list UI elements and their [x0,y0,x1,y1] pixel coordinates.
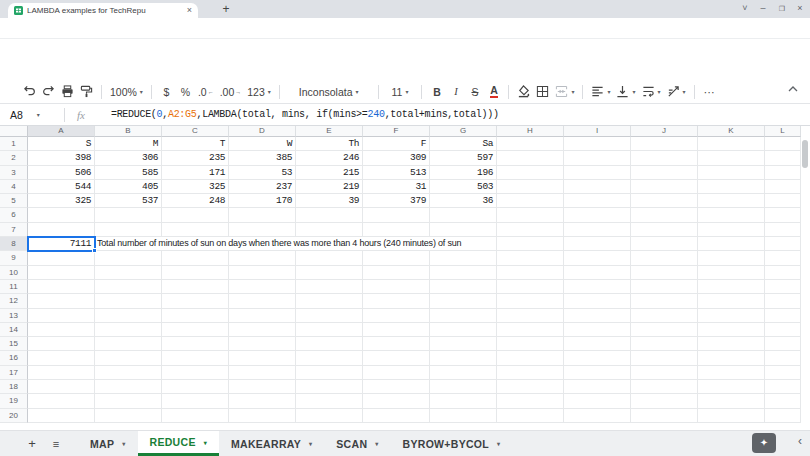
cell-B14[interactable] [95,323,162,337]
cell-F17[interactable] [363,366,430,380]
cell-K14[interactable] [698,323,765,337]
row-header-14[interactable]: 14 [0,323,28,337]
cell-G9[interactable] [430,251,497,265]
cell-H18[interactable] [497,380,564,394]
cell-A10[interactable] [28,266,95,280]
row-header-10[interactable]: 10 [0,266,28,280]
cell-E15[interactable] [296,337,363,351]
cell-B3[interactable]: 585 [95,166,162,180]
cell-J4[interactable] [631,180,698,194]
cell-C17[interactable] [162,366,229,380]
cell-L20[interactable] [765,409,801,423]
cell-J8[interactable] [631,237,698,251]
vertical-scrollbar-thumb[interactable] [802,140,808,168]
cell-L1[interactable] [765,137,801,151]
cell-F4[interactable]: 31 [363,180,430,194]
cell-C5[interactable]: 248 [162,194,229,208]
italic-button[interactable]: I [446,82,465,102]
cell-G7[interactable] [430,223,497,237]
row-header-3[interactable]: 3 [0,166,28,180]
vertical-scrollbar[interactable] [802,128,809,422]
row-header-1[interactable]: 1 [0,137,28,151]
undo-button[interactable] [20,82,39,102]
cell-D6[interactable] [229,208,296,222]
cell-B4[interactable]: 405 [95,180,162,194]
cell-D20[interactable] [229,409,296,423]
cell-H9[interactable] [497,251,564,265]
cell-G14[interactable] [430,323,497,337]
cell-D4[interactable]: 237 [229,180,296,194]
number-format-button[interactable]: 123▾ [244,82,274,102]
cell-L12[interactable] [765,294,801,308]
cell-D10[interactable] [229,266,296,280]
cell-A3[interactable]: 506 [28,166,95,180]
cell-D13[interactable] [229,309,296,323]
window-restore-icon[interactable]: ❐ [775,2,789,15]
font-size-button[interactable]: 11▾ [384,82,417,102]
cell-F11[interactable] [363,280,430,294]
selected-cell-outline[interactable] [27,236,96,252]
cell-B20[interactable] [95,409,162,423]
cell-J15[interactable] [631,337,698,351]
cell-L14[interactable] [765,323,801,337]
cell-E2[interactable]: 246 [296,151,363,165]
cell-L6[interactable] [765,208,801,222]
column-header-F[interactable]: F [363,126,430,137]
cell-H7[interactable] [497,223,564,237]
cell-I19[interactable] [564,394,631,408]
cell-K7[interactable] [698,223,765,237]
cell-F9[interactable] [363,251,430,265]
cell-F10[interactable] [363,266,430,280]
row-header-18[interactable]: 18 [0,380,28,394]
cell-L17[interactable] [765,366,801,380]
cell-B7[interactable] [95,223,162,237]
cell-G18[interactable] [430,380,497,394]
merge-cells-button[interactable]: ▾ [552,82,577,102]
cell-A14[interactable] [28,323,95,337]
cell-F16[interactable] [363,351,430,365]
cell-D16[interactable] [229,351,296,365]
cell-G10[interactable] [430,266,497,280]
cell-J6[interactable] [631,208,698,222]
sheet-tab-reduce[interactable]: REDUCE▾ [138,431,219,456]
cell-H6[interactable] [497,208,564,222]
print-button[interactable] [58,82,77,102]
cell-H13[interactable] [497,309,564,323]
cell-A20[interactable] [28,409,95,423]
collapse-panel-icon[interactable]: ‹ [798,434,802,448]
cell-D15[interactable] [229,337,296,351]
cell-B13[interactable] [95,309,162,323]
cell-A4[interactable]: 544 [28,180,95,194]
cell-F18[interactable] [363,380,430,394]
cell-I11[interactable] [564,280,631,294]
cell-K13[interactable] [698,309,765,323]
cell-K3[interactable] [698,166,765,180]
cell-C13[interactable] [162,309,229,323]
cell-D5[interactable]: 170 [229,194,296,208]
cell-B2[interactable]: 306 [95,151,162,165]
cell-F20[interactable] [363,409,430,423]
paint-format-button[interactable] [77,82,96,102]
bold-button[interactable]: B [427,82,446,102]
cell-G15[interactable] [430,337,497,351]
cell-I1[interactable] [564,137,631,151]
cell-K15[interactable] [698,337,765,351]
cell-K9[interactable] [698,251,765,265]
column-header-D[interactable]: D [229,126,296,137]
cell-G17[interactable] [430,366,497,380]
cell-G13[interactable] [430,309,497,323]
cell-E7[interactable] [296,223,363,237]
cell-I4[interactable] [564,180,631,194]
cell-J14[interactable] [631,323,698,337]
cell-B19[interactable] [95,394,162,408]
cell-H2[interactable] [497,151,564,165]
cell-B16[interactable] [95,351,162,365]
cell-L4[interactable] [765,180,801,194]
cell-J11[interactable] [631,280,698,294]
cell-E13[interactable] [296,309,363,323]
cell-I14[interactable] [564,323,631,337]
cell-D11[interactable] [229,280,296,294]
row-header-15[interactable]: 15 [0,337,28,351]
cell-G3[interactable]: 196 [430,166,497,180]
row-header-11[interactable]: 11 [0,280,28,294]
